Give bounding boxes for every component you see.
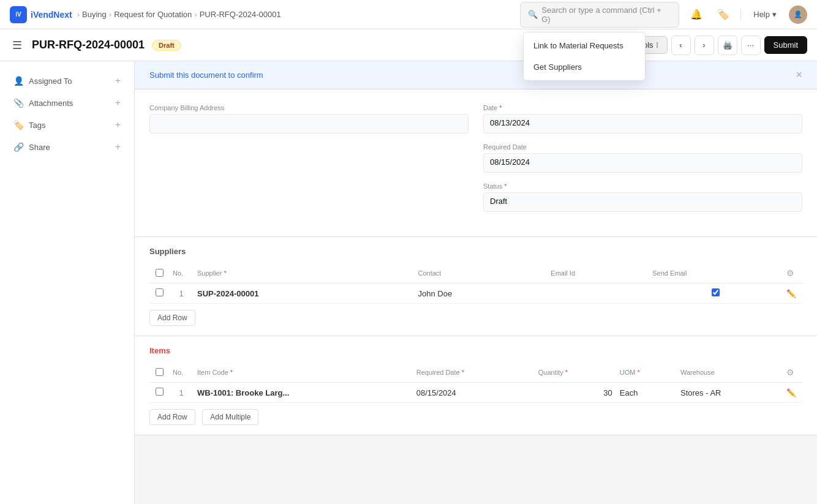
bookmark-icon[interactable]: 🏷️ (713, 5, 733, 24)
field-company-billing-address: Company Billing Address (149, 104, 469, 134)
items-col-item-code: Item Code * (194, 363, 413, 383)
form-col-right: Date * 08/13/2024 Required Date 08/15/20… (483, 104, 802, 222)
sidebar-item-tags[interactable]: 🏷️ Tags + (7, 115, 127, 135)
suppliers-select-all-checkbox[interactable] (156, 269, 164, 277)
item-row-checkbox[interactable] (156, 388, 164, 396)
items-col-no: No. (169, 363, 194, 383)
breadcrumb: › Buying › Request for Quotation › PUR-R… (77, 10, 281, 19)
assigned-to-icon: 👤 (13, 76, 24, 86)
send-email-checkbox[interactable] (712, 288, 720, 296)
alert-banner: Submit this document to confirm × (135, 61, 817, 89)
supplier-row-checkbox[interactable] (156, 288, 164, 296)
sidebar-item-share[interactable]: 🔗 Share + (7, 137, 127, 157)
company-billing-address-label: Company Billing Address (149, 104, 469, 111)
status-value[interactable]: Draft (483, 192, 802, 212)
item-row-warehouse: Stores - AR (677, 383, 783, 403)
sidebar: 👤 Assigned To + 📎 Attachments + 🏷️ Tags … (0, 61, 135, 504)
share-add-icon[interactable]: + (115, 142, 121, 152)
main-layout: 👤 Assigned To + 📎 Attachments + 🏷️ Tags … (0, 61, 817, 504)
item-row-item-code: WB-1001: Brooke Larg... (194, 383, 413, 403)
suppliers-col-supplier: Supplier * (194, 263, 414, 284)
nav-separator (740, 9, 741, 21)
items-col-required-date: Required Date * (413, 363, 535, 383)
items-section: Items No. Item Code * Required Date * Qu… (135, 336, 817, 435)
next-button[interactable]: › (695, 36, 714, 55)
user-avatar[interactable]: 👤 (789, 6, 807, 24)
field-date: Date * 08/13/2024 (483, 104, 802, 134)
nav-right: 🔍 Search or type a command (Ctrl + G) 🔔 … (520, 2, 807, 28)
items-col-quantity: Quantity * (535, 363, 616, 383)
supplier-row-no: 1 (169, 284, 194, 304)
form-row-main: Company Billing Address Date * 08/13/202… (149, 104, 802, 222)
items-settings-icon[interactable]: ⚙ (786, 367, 794, 377)
app-name: iVendNext (31, 10, 72, 20)
alert-close-button[interactable]: × (796, 69, 802, 81)
suppliers-col-email: Email Id (547, 263, 649, 284)
get-suppliers-item[interactable]: Get Suppliers (524, 56, 645, 78)
suppliers-col-contact: Contact (414, 263, 547, 284)
supplier-row-send-email (649, 284, 783, 304)
items-add-multiple-button[interactable]: Add Multiple (202, 409, 258, 425)
suppliers-col-send-email: Send Email (649, 263, 783, 284)
notifications-icon[interactable]: 🔔 (687, 5, 706, 24)
item-row-uom: Each (616, 383, 677, 403)
prev-button[interactable]: ‹ (671, 36, 691, 55)
doc-title: PUR-RFQ-2024-00001 (32, 39, 145, 51)
breadcrumb-doc-id[interactable]: PUR-RFQ-2024-00001 (200, 10, 281, 19)
search-bar[interactable]: 🔍 Search or type a command (Ctrl + G) (520, 2, 679, 28)
company-billing-address-value[interactable] (149, 114, 469, 134)
suppliers-add-row-button[interactable]: Add Row (149, 310, 195, 326)
link-to-material-requests-item[interactable]: Link to Material Requests (524, 35, 645, 56)
more-options-button[interactable]: ··· (741, 36, 761, 55)
alert-text: Submit this document to confirm (149, 70, 263, 80)
suppliers-section-title: Suppliers (149, 247, 802, 256)
page-header: ☰ PUR-RFQ-2024-00001 Draft Get Items Fro… (0, 29, 817, 61)
status-label: Status * (483, 182, 802, 190)
sidebar-tags-label: Tags (29, 121, 45, 130)
item-row-quantity: 30 (535, 383, 616, 403)
print-button[interactable]: 🖨️ (718, 36, 737, 55)
items-col-uom: UOM * (616, 363, 677, 383)
breadcrumb-buying[interactable]: Buying (82, 10, 107, 19)
items-add-row-button[interactable]: Add Row (149, 409, 195, 425)
tags-add-icon[interactable]: + (115, 120, 121, 130)
sidebar-assigned-to-label: Assigned To (29, 77, 72, 86)
supplier-row-email (547, 284, 649, 304)
status-badge: Draft (152, 40, 181, 51)
form-col-left: Company Billing Address (149, 104, 469, 222)
attachments-add-icon[interactable]: + (115, 98, 121, 108)
items-col-warehouse: Warehouse (677, 363, 783, 383)
main-content: Submit this document to confirm × Compan… (135, 61, 817, 504)
search-icon: 🔍 (528, 10, 538, 19)
top-nav: iV iVendNext › Buying › Request for Quot… (0, 0, 817, 29)
sidebar-item-attachments[interactable]: 📎 Attachments + (7, 93, 127, 113)
supplier-row-edit-icon[interactable]: ✏️ (786, 289, 796, 298)
help-button[interactable]: Help ▾ (748, 7, 781, 21)
form-area: Company Billing Address Date * 08/13/202… (135, 89, 817, 237)
supplier-row-supplier: SUP-2024-00001 (194, 284, 414, 304)
submit-button[interactable]: Submit (764, 36, 807, 54)
tags-icon: 🏷️ (13, 120, 24, 130)
app-logo[interactable]: iV iVendNext (10, 6, 72, 23)
date-label: Date * (483, 104, 802, 111)
items-section-title: Items (149, 346, 802, 355)
menu-toggle[interactable]: ☰ (10, 36, 24, 55)
sidebar-item-assigned-to[interactable]: 👤 Assigned To + (7, 71, 127, 91)
suppliers-table: No. Supplier * Contact Email Id Send Ema… (149, 263, 802, 304)
item-row-edit-icon[interactable]: ✏️ (786, 388, 796, 397)
items-select-all-checkbox[interactable] (156, 368, 164, 376)
search-placeholder: Search or type a command (Ctrl + G) (541, 6, 671, 24)
attachments-icon: 📎 (13, 98, 24, 108)
supplier-row-contact: John Doe (414, 284, 547, 304)
tools-dropdown-menu: Link to Material Requests Get Suppliers (523, 32, 646, 81)
suppliers-settings-icon[interactable]: ⚙ (786, 268, 794, 278)
required-date-label: Required Date (483, 143, 802, 151)
suppliers-section: Suppliers No. Supplier * Contact Email I… (135, 237, 817, 336)
table-row: 1 WB-1001: Brooke Larg... 08/15/2024 30 … (149, 383, 802, 403)
breadcrumb-rfq[interactable]: Request for Quotation (114, 10, 192, 19)
assigned-to-add-icon[interactable]: + (115, 76, 121, 86)
date-value[interactable]: 08/13/2024 (483, 114, 802, 134)
item-row-required-date: 08/15/2024 (413, 383, 535, 403)
required-date-value[interactable]: 08/15/2024 (483, 153, 802, 173)
sidebar-share-label: Share (29, 143, 50, 152)
